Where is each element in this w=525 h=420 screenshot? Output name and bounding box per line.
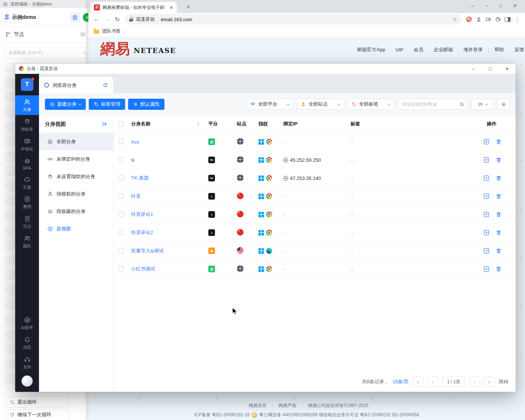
table-row[interactable]: 抖音 ♪ --: [114, 187, 516, 206]
sidebar-item-support[interactable]: 支持: [15, 353, 39, 373]
sidebar-item-clouddisk[interactable]: 云盘: [15, 173, 39, 193]
node-palette-icon[interactable]: [6, 182, 14, 190]
netease-nav-link[interactable]: VIP: [395, 47, 403, 53]
row-checkbox[interactable]: [118, 230, 124, 235]
row-checkbox[interactable]: [118, 157, 124, 162]
sidebar-item-messages[interactable]: 消息: [15, 333, 39, 353]
last-page-button[interactable]: »: [484, 377, 495, 387]
node-palette-icon[interactable]: [6, 271, 14, 279]
node-palette-icon[interactable]: [6, 122, 14, 131]
delete-profile-button[interactable]: [495, 175, 502, 181]
table-settings-button[interactable]: [497, 99, 510, 110]
profile-name-link[interactable]: Ass: [131, 139, 208, 145]
app-minimize-button[interactable]: –: [464, 63, 482, 74]
per-page-selector[interactable]: 15条/页: [392, 378, 409, 385]
refresh-tab-icon[interactable]: [102, 82, 108, 88]
launch-profile-button[interactable]: [483, 211, 490, 218]
extensions-puzzle-icon[interactable]: [493, 14, 503, 24]
site-filter-dropdown[interactable]: 全部站点: [297, 99, 344, 110]
sidebar-item-logs[interactable]: 日志: [15, 212, 39, 232]
table-row[interactable]: tk TK 45.252.59.250: [114, 151, 516, 169]
launch-profile-button[interactable]: [483, 266, 490, 272]
reload-button[interactable]: ↻: [112, 14, 123, 24]
node-palette-icon[interactable]: [6, 93, 14, 101]
address-bar[interactable]: 花漾灵动 email.163.com ☆: [125, 14, 462, 24]
save-button[interactable]: [70, 13, 80, 22]
node-palette-icon[interactable]: [6, 167, 14, 175]
sidebar-item-ai-assistant[interactable]: AI助手: [15, 314, 39, 333]
netease-footer-link[interactable]: 网易公司版权所有©1997-2023: [308, 403, 368, 409]
launch-profile-button[interactable]: [483, 157, 490, 163]
profile-name-link[interactable]: 批量导入ip测试: [131, 247, 208, 254]
profile-name-link[interactable]: 小红书测试: [131, 266, 208, 272]
export-profile-button[interactable]: [483, 138, 490, 145]
table-row[interactable]: 小红书测试 @ --: [114, 260, 516, 278]
delete-profile-button[interactable]: [495, 229, 502, 236]
netease-nav-link[interactable]: 帮助: [495, 46, 504, 53]
view-item-pending-auth[interactable]: 待授权的分身: [39, 185, 113, 203]
netease-nav-link[interactable]: 会员: [414, 46, 423, 53]
browser-menu-kebab-icon[interactable]: ⋮: [512, 14, 522, 24]
table-row[interactable]: 抖音评论1 ♪ --: [114, 206, 516, 224]
row-checkbox[interactable]: [118, 175, 124, 180]
sidebar-item-ip[interactable]: IP地址: [15, 135, 39, 154]
node-palette-icon[interactable]: [6, 108, 14, 116]
team-avatar[interactable]: T: [21, 78, 33, 91]
delete-profile-button[interactable]: [495, 266, 502, 272]
new-profile-button[interactable]: 新建分身: [45, 99, 86, 110]
profile-name-link[interactable]: TK-美国: [131, 175, 208, 181]
netease-nav-link[interactable]: 邮箱官方App: [357, 46, 385, 53]
node-palette-icon[interactable]: [6, 330, 14, 339]
netease-nav-link[interactable]: 海外登录: [463, 46, 483, 53]
collapse-panel-icon[interactable]: [80, 32, 85, 37]
table-row[interactable]: Ass @ --: [114, 133, 516, 151]
profile-name-link[interactable]: tk: [131, 157, 208, 163]
first-page-button[interactable]: «: [412, 377, 424, 387]
view-item-all[interactable]: 全部分身: [39, 133, 113, 150]
col-name[interactable]: 分身名称: [131, 121, 150, 127]
view-sort-icon[interactable]: [101, 121, 107, 127]
tab-browser-profiles[interactable]: 浏览器分身: [39, 77, 113, 93]
flow-node-next-loop[interactable]: 继续下一次循环: [6, 409, 69, 420]
launch-profile-button[interactable]: [483, 175, 490, 181]
sidebar-item-profiles[interactable]: 分身: [15, 95, 39, 115]
sidebar-item-fingerprints[interactable]: 指纹库: [15, 115, 39, 135]
node-palette-icon[interactable]: [6, 226, 14, 235]
browser-close-button[interactable]: ✕: [508, 1, 522, 10]
node-palette-icon[interactable]: [6, 360, 14, 368]
profile-icon[interactable]: [474, 14, 483, 24]
bookmark-folder-label[interactable]: 团队书签: [102, 28, 121, 35]
node-palette-icon[interactable]: [6, 78, 14, 86]
search-button[interactable]: [456, 102, 468, 107]
app-maximize-button[interactable]: □: [482, 63, 499, 74]
adblock-extension-icon[interactable]: [464, 14, 474, 24]
user-avatar[interactable]: [22, 375, 33, 387]
node-palette-icon[interactable]: [6, 315, 14, 324]
default-props-button[interactable]: 默认属性: [128, 99, 164, 110]
node-palette-icon[interactable]: [6, 301, 14, 309]
sort-dropdown[interactable]: [471, 99, 494, 110]
node-palette-icon[interactable]: [6, 211, 14, 220]
row-checkbox[interactable]: [118, 266, 124, 271]
table-row[interactable]: 抖音评论2 ♪ --: [114, 224, 516, 242]
view-item-favorites[interactable]: 我收藏的分身: [39, 203, 113, 220]
table-row[interactable]: 批量导入ip测试 a --: [114, 242, 516, 260]
view-item-new-view[interactable]: 新视图: [39, 220, 113, 237]
table-row[interactable]: TK-美国 TK 47.253.35.140: [114, 169, 516, 187]
next-page-button[interactable]: ›: [469, 377, 480, 387]
prev-page-button[interactable]: ‹: [427, 377, 438, 387]
row-checkbox[interactable]: [118, 193, 124, 198]
tag-manage-button[interactable]: 标签管理: [89, 99, 125, 110]
row-checkbox[interactable]: [118, 248, 124, 253]
launch-profile-button[interactable]: [483, 247, 490, 254]
delete-profile-button[interactable]: [495, 193, 502, 200]
new-tab-button[interactable]: +: [183, 2, 193, 12]
node-palette-icon[interactable]: [6, 256, 14, 265]
view-item-no-ip[interactable]: 未绑定IP的分身: [39, 150, 113, 168]
node-palette-icon[interactable]: [6, 241, 14, 250]
node-palette-icon[interactable]: [6, 375, 14, 383]
select-all-checkbox[interactable]: [118, 121, 124, 126]
browser-tab[interactable]: 易 网易免费邮箱 - 你的专业电子邮 ✕: [91, 2, 177, 13]
back-button[interactable]: ←: [91, 14, 102, 24]
sidebar-item-billing[interactable]: 费用: [15, 193, 39, 212]
